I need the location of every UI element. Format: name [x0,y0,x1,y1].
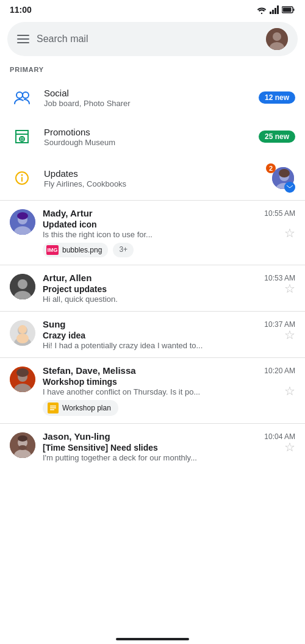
email-preview: I have another conflict on Thursday. Is … [43,387,295,396]
social-sub: Job board, Photo Sharer [44,99,249,108]
email-content: Jason, Yun-ling 10:04 AM [Time Sensitive… [43,431,295,462]
svg-point-9 [273,32,281,41]
battery-icon [282,6,295,13]
svg-point-15 [21,174,23,176]
updates-count: 2 [266,163,276,173]
email-avatar [10,432,35,458]
email-header: Stefan, Dave, Melissa 10:20 AM [43,365,295,376]
svg-rect-6 [293,9,295,11]
attachment-name: bubbles.png [62,246,102,254]
email-preview: Is this the right icon to use for... [43,230,295,239]
promotions-name: Promotions [44,127,249,137]
svg-point-11 [16,92,23,98]
email-sender: Artur, Allen [43,273,92,283]
social-info: Social Job board, Photo Sharer [44,88,249,108]
email-content: Mady, Artur 10:55 AM Updated icon Is thi… [43,208,295,257]
email-row[interactable]: Stefan, Dave, Melissa 10:20 AM Workshop … [0,358,305,423]
email-sender: Stefan, Dave, Melissa [43,365,136,376]
menu-button[interactable] [17,35,29,43]
category-promotions[interactable]: Promotions Sourdough Museum 25 new [0,117,305,156]
email-subject: Updated icon [43,220,295,229]
email-subject: Crazy idea [43,331,295,340]
attachment-more[interactable]: 3+ [113,243,134,257]
email-content: Sung 10:37 AM Crazy idea Hi! I had a pot… [43,319,295,350]
email-subject: Project updates [43,284,295,294]
email-row[interactable]: Mady, Artur 10:55 AM Updated icon Is thi… [0,201,305,265]
social-icon [10,85,34,110]
updates-name: Updates [44,168,256,179]
email-header: Artur, Allen 10:53 AM [43,273,295,283]
updates-icon [10,166,34,190]
updates-info: Updates Fly Airlines, Cookbooks [44,168,256,188]
svg-rect-1 [270,12,271,14]
svg-rect-2 [272,10,274,14]
workshop-chip[interactable]: Workshop plan [43,400,118,416]
search-bar[interactable]: Search mail [7,22,298,56]
star-button[interactable]: ☆ [284,384,295,398]
category-updates[interactable]: Updates Fly Airlines, Cookbooks 2 [0,156,305,200]
email-sender: Mady, Artur [43,208,93,218]
svg-rect-41 [50,409,54,410]
svg-rect-7 [283,8,292,12]
bottom-bar [0,624,305,644]
promotions-badge: 25 new [259,131,295,143]
star-button[interactable]: ☆ [284,226,295,240]
email-subject: Workshop timings [43,377,295,387]
social-name: Social [44,88,249,98]
svg-rect-39 [50,406,56,407]
avatar-image [266,28,288,50]
svg-point-33 [16,334,29,343]
star-button[interactable]: ☆ [284,327,295,342]
svg-point-25 [17,212,28,220]
email-sender: Sung [43,319,66,329]
updates-sub: Fly Airlines, Cookbooks [44,179,256,188]
email-avatar [10,209,35,235]
svg-point-46 [18,445,27,450]
email-preview: I'm putting together a deck for our mont… [43,453,295,462]
category-social[interactable]: Social Job board, Photo Sharer 12 new [0,78,305,117]
email-time: 10:20 AM [264,367,295,375]
signal-icon [270,5,279,14]
email-preview: Hi! I had a potentially crazy idea I wan… [43,341,295,350]
doc-icon [48,402,59,413]
email-preview: Hi all, quick question. [43,295,295,304]
email-subject: [Time Sensitive] Need slides [43,443,295,453]
social-badge: 12 new [259,91,295,104]
star-button[interactable]: ☆ [284,440,295,454]
svg-rect-40 [50,407,56,409]
email-avatar [10,367,35,392]
status-time: 11:00 [10,5,32,15]
email-row[interactable]: Jason, Yun-ling 10:04 AM [Time Sensitive… [0,424,305,470]
svg-point-20 [279,169,290,177]
svg-rect-16 [21,177,23,182]
updates-badge-wrap: 2 [266,163,295,193]
email-header: Mady, Artur 10:55 AM [43,208,295,218]
user-avatar[interactable] [266,28,288,50]
email-row[interactable]: Sung 10:37 AM Crazy idea Hi! I had a pot… [0,312,305,357]
svg-point-12 [23,92,29,98]
email-sender: Jason, Yun-ling [43,431,110,442]
svg-point-27 [18,279,27,289]
email-header: Jason, Yun-ling 10:04 AM [43,431,295,442]
email-row[interactable]: Artur, Allen 10:53 AM Project updates Hi… [0,265,305,311]
attachment-chip[interactable]: IMG bubbles.png [43,243,108,257]
svg-point-45 [18,435,27,442]
attachment-icon: IMG [46,245,59,255]
email-header: Sung 10:37 AM [43,319,295,329]
promotions-info: Promotions Sourdough Museum [44,127,249,147]
promotions-sub: Sourdough Museum [44,138,249,147]
svg-point-0 [261,13,262,14]
attachments-row: IMG bubbles.png 3+ [43,243,295,257]
star-button[interactable]: ☆ [284,281,295,296]
email-time: 10:55 AM [264,209,295,218]
email-avatar [10,274,35,299]
status-bar: 11:00 [0,0,305,17]
svg-rect-21 [286,184,293,190]
svg-rect-3 [274,8,276,14]
home-indicator [116,638,189,640]
svg-point-32 [18,325,27,334]
search-input[interactable]: Search mail [37,34,259,45]
promotions-icon [10,124,34,149]
wifi-icon [256,5,267,14]
svg-point-37 [16,368,29,377]
